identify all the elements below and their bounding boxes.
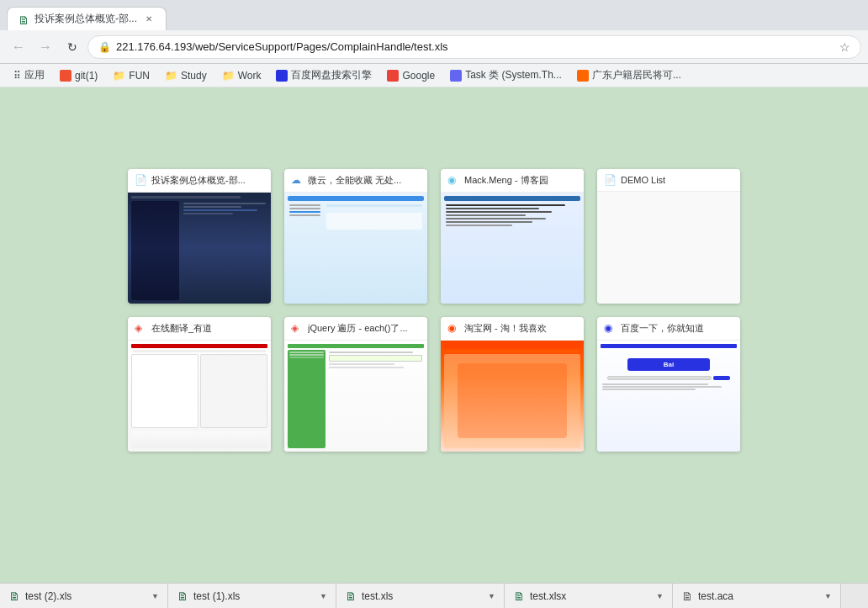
taskbar-tab-1[interactable]: 🗎 test (2).xls ▼ <box>0 584 168 608</box>
taskbar-tab-arrow-5[interactable]: ▼ <box>824 592 832 600</box>
thumb-title-2: 微云，全能收藏 无处... <box>308 174 421 187</box>
task-favicon <box>450 70 462 82</box>
address-text: 221.176.64.193/web/ServiceSupport/Pages/… <box>116 40 834 53</box>
bookmark-work-label: Work <box>238 70 262 82</box>
lock-icon: 🔒 <box>98 41 111 53</box>
taskbar-tab-arrow-4[interactable]: ▼ <box>656 592 664 600</box>
xls-icon-2: 🗎 <box>177 589 188 603</box>
taskbar-tab-2[interactable]: 🗎 test (1).xls ▼ <box>168 584 336 608</box>
study-folder-icon: 📁 <box>165 70 177 82</box>
taskbar-tab-arrow-3[interactable]: ▼ <box>488 592 495 600</box>
xls-icon-3: 🗎 <box>345 589 357 603</box>
gd-favicon <box>577 70 589 82</box>
back-button[interactable]: ← <box>7 35 30 59</box>
bookmark-baidu-pan-label: 百度网盘搜索引擎 <box>291 68 372 82</box>
tab-title: 投诉案例总体概览-部... <box>34 12 137 26</box>
thumb-header-1: 投诉案例总体概览-部... <box>128 169 271 193</box>
blog-icon <box>447 174 459 186</box>
baidu-pan-favicon <box>276 70 288 82</box>
bookmark-task-label: Task 类 (System.Th... <box>465 68 562 82</box>
bookmarks-bar: ⠿ 应用 git(1) 📁 FUN 📁 Study 📁 Work 百度网盘搜索引… <box>0 64 868 87</box>
tab-close-button[interactable]: ✕ <box>142 13 156 26</box>
git-favicon <box>60 70 71 82</box>
bookmark-git[interactable]: git(1) <box>53 68 104 83</box>
taskbar-tab-title-3: test.xls <box>362 590 483 602</box>
taskbar-tab-arrow-1[interactable]: ▼ <box>151 592 159 600</box>
reload-button[interactable]: ↻ <box>61 35 84 59</box>
bookmark-google-label: Google <box>402 70 435 82</box>
thumbnail-3[interactable]: Mack.Meng - 博客园 <box>441 169 584 304</box>
bookmark-baidu-pan[interactable]: 百度网盘搜索引擎 <box>269 66 378 84</box>
taskbar-tab-arrow-2[interactable]: ▼ <box>320 592 327 600</box>
bookmark-apps[interactable]: ⠿ 应用 <box>7 66 51 84</box>
thumbnails-grid: 投诉案例总体概览-部... <box>128 169 740 452</box>
taskbar-tab-3[interactable]: 🗎 test.xls ▼ <box>336 584 505 608</box>
taskbar-tab-title-2: test (1).xls <box>193 590 315 602</box>
thumb-title-4: DEMO List <box>621 175 733 185</box>
thumb-body-8: Bai <box>597 341 740 452</box>
thumbnail-7[interactable]: 淘宝网 - 淘！我喜欢 <box>441 317 584 452</box>
bookmark-apps-label: 应用 <box>24 68 45 82</box>
thumb-body-5 <box>128 341 271 452</box>
list-icon <box>604 174 616 186</box>
forward-button[interactable]: → <box>34 35 57 59</box>
thumb-title-5: 在线翻译_有道 <box>151 322 264 335</box>
bookmark-fun[interactable]: 📁 FUN <box>106 68 156 83</box>
fun-folder-icon: 📁 <box>113 70 125 82</box>
w3-icon <box>291 322 303 334</box>
thumb-body-1 <box>128 193 271 304</box>
bookmark-fun-label: FUN <box>129 70 150 82</box>
thumbnail-1[interactable]: 投诉案例总体概览-部... <box>128 169 271 304</box>
taskbar-tab-title-4: test.xlsx <box>530 590 651 602</box>
bookmark-work[interactable]: 📁 Work <box>215 68 268 83</box>
thumb-header-4: DEMO List <box>597 169 740 192</box>
bookmark-task[interactable]: Task 类 (System.Th... <box>443 66 569 84</box>
xlsx-icon-4: 🗎 <box>513 589 525 603</box>
thumb-body-3 <box>441 193 584 304</box>
browser-chrome: 🗎 投诉案例总体概览-部... ✕ ← → ↻ 🔒 221.176.64.193… <box>0 0 868 87</box>
thumb-body-6 <box>284 341 427 452</box>
translate-icon <box>135 322 146 334</box>
bookmark-google[interactable]: Google <box>380 68 442 83</box>
browser-tab[interactable]: 🗎 投诉案例总体概览-部... ✕ <box>7 7 167 30</box>
thumbnail-5[interactable]: 在线翻译_有道 <box>128 317 271 452</box>
bookmark-study[interactable]: 📁 Study <box>158 68 214 83</box>
thumb-header-2: 微云，全能收藏 无处... <box>284 169 427 193</box>
taskbar: 🗎 test (2).xls ▼ 🗎 test (1).xls ▼ 🗎 test… <box>0 583 868 608</box>
thumb-title-8: 百度一下，你就知道 <box>621 322 733 335</box>
thumb-body-7 <box>441 341 584 452</box>
bookmark-star-icon[interactable]: ☆ <box>839 40 850 54</box>
thumb-header-5: 在线翻译_有道 <box>128 317 271 341</box>
thumbnail-4[interactable]: DEMO List <box>597 169 740 304</box>
apps-icon: ⠿ <box>13 70 21 82</box>
thumb-header-3: Mack.Meng - 博客园 <box>441 169 584 193</box>
thumb-title-1: 投诉案例总体概览-部... <box>151 174 264 187</box>
aca-icon-5: 🗎 <box>681 589 693 603</box>
google-favicon <box>387 70 399 82</box>
bookmark-gd[interactable]: 广东户籍居民将可... <box>570 66 688 84</box>
thumb-body-4 <box>597 192 740 304</box>
bookmark-gd-label: 广东户籍居民将可... <box>592 68 681 82</box>
tabs-bar: 🗎 投诉案例总体概览-部... ✕ <box>0 0 868 30</box>
thumbnail-6[interactable]: jQuery 遍历 - each()了... <box>284 317 427 452</box>
taskbar-tab-4[interactable]: 🗎 test.xlsx ▼ <box>505 584 673 608</box>
taskbar-tab-title-1: test (2).xls <box>25 590 146 602</box>
taskbar-tab-title-5: test.aca <box>698 590 819 602</box>
thumb-header-6: jQuery 遍历 - each()了... <box>284 317 427 341</box>
thumbnail-8[interactable]: 百度一下，你就知道 Bai <box>597 317 740 452</box>
address-bar[interactable]: 🔒 221.176.64.193/web/ServiceSupport/Page… <box>87 35 861 59</box>
content-area: 投诉案例总体概览-部... <box>0 87 868 583</box>
bookmark-study-label: Study <box>181 70 207 82</box>
taskbar-tab-5[interactable]: 🗎 test.aca ▼ <box>673 584 841 608</box>
thumb-header-8: 百度一下，你就知道 <box>597 317 740 341</box>
taobao-icon <box>447 322 459 334</box>
thumb-header-7: 淘宝网 - 淘！我喜欢 <box>441 317 584 341</box>
xls-icon-1: 🗎 <box>8 589 20 603</box>
baidu-icon <box>604 322 616 334</box>
thumb-title-7: 淘宝网 - 淘！我喜欢 <box>464 322 577 335</box>
doc-icon-1 <box>135 174 146 186</box>
thumbnail-2[interactable]: 微云，全能收藏 无处... <box>284 169 427 304</box>
bookmark-git-label: git(1) <box>75 70 98 82</box>
thumb-body-2 <box>284 193 427 304</box>
toolbar: ← → ↻ 🔒 221.176.64.193/web/ServiceSuppor… <box>0 30 868 64</box>
